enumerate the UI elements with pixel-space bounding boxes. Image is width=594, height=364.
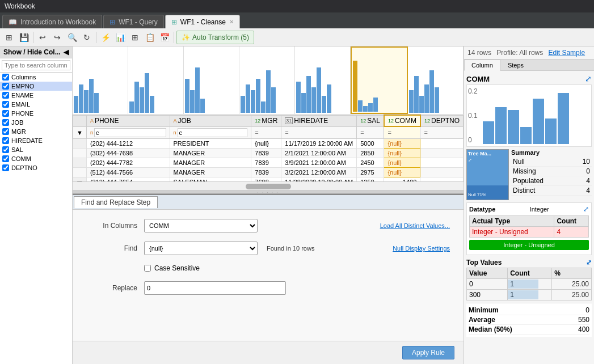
new-btn[interactable]: ⊞ <box>2 31 16 44</box>
edit-sample-link[interactable]: Edit Sample <box>548 49 585 57</box>
case-sensitive-checkbox[interactable] <box>144 265 151 272</box>
sidebar-search-input[interactable] <box>2 60 70 70</box>
deptno-filter: = <box>420 126 464 138</box>
ename-checkbox[interactable] <box>2 92 9 99</box>
tab-intro[interactable]: 📖 Introduction to Workbook <box>2 15 102 28</box>
grid-btn[interactable]: ⊞ <box>128 31 142 44</box>
email-checkbox[interactable] <box>2 101 9 108</box>
refresh-btn[interactable]: ↻ <box>80 31 94 44</box>
mgr-checkbox[interactable] <box>2 128 9 135</box>
mgr-header[interactable]: 12 MGR <box>251 115 281 126</box>
find-select[interactable]: {null} <box>144 242 258 255</box>
sal-header[interactable]: 12 SAL <box>357 115 384 126</box>
calendar-btn[interactable]: 📅 <box>158 31 171 44</box>
tree-map[interactable]: Tree Ma... ⤢ Null 71% <box>466 149 509 200</box>
close-tab-icon[interactable]: ✕ <box>229 19 234 25</box>
y-axis: 0.2 0.1 0 <box>468 87 478 144</box>
step-tab[interactable]: Find and Replace Step <box>74 196 158 208</box>
sidebar-item-comm[interactable]: COMM <box>0 154 72 163</box>
tab-cleanse[interactable]: ⊞ WF1 - Cleanse ✕ <box>165 15 240 28</box>
phone-cell: (302) 444-7698 <box>86 148 170 158</box>
mgr-cell: 7698 <box>251 177 281 181</box>
sidebar-item-mgr[interactable]: MGR <box>0 127 72 136</box>
integer-unsigned-count: 4 <box>554 227 589 238</box>
step-content: In Columns COMM Load All Distinct Values… <box>73 210 464 341</box>
job-header[interactable]: A JOB <box>170 115 251 126</box>
datatype-expand-icon[interactable]: ⤢ <box>583 205 589 213</box>
job-cell: MANAGER <box>170 167 251 177</box>
top-count-0: 1 <box>508 279 552 290</box>
minimum-value: 0 <box>585 306 589 314</box>
sidebar-item-sal[interactable]: SAL <box>0 145 72 154</box>
phone-type-icon: A <box>90 118 94 124</box>
chart-btn[interactable]: 📊 <box>113 31 127 44</box>
col-header-row: A PHONE A JOB 12 <box>73 115 464 126</box>
filter-header-row: ▼ n n = <box>73 126 464 138</box>
replace-input[interactable] <box>144 281 286 295</box>
deptno-header[interactable]: 12 DEPTNO <box>420 115 464 126</box>
null-display-link[interactable]: Null Display Settings <box>393 245 450 252</box>
tree-map-expand-icon[interactable]: ⤢ <box>468 158 472 163</box>
tab-query-label: WF1 - Query <box>119 18 158 26</box>
sal-label: SAL <box>11 146 23 153</box>
comm-checkbox[interactable] <box>2 155 9 162</box>
undo-btn[interactable]: ↩ <box>36 31 49 44</box>
deptno-chart <box>408 46 464 114</box>
average-value: 550 <box>578 316 589 324</box>
integer-unsigned-label: Integer - Unsigned <box>470 227 554 238</box>
steps-tab[interactable]: Steps <box>500 60 531 70</box>
phone-checkbox[interactable] <box>2 110 9 117</box>
row-indicator <box>73 148 87 158</box>
sal-checkbox[interactable] <box>2 146 9 153</box>
sidebar-item-columns[interactable]: Columns <box>0 73 72 82</box>
job-filter-input[interactable] <box>178 128 248 137</box>
filter-btn[interactable]: 🔍 <box>65 31 79 44</box>
sidebar-item-email[interactable]: EMAIL <box>0 100 72 109</box>
column-tab[interactable]: Column <box>464 60 500 71</box>
hiredate-cell: 2/1/2021 12:00:00 AM <box>281 148 357 158</box>
sidebar-item-job[interactable]: JOB <box>0 118 72 127</box>
pivot-btn[interactable]: 📋 <box>143 31 157 44</box>
apply-rule-button[interactable]: Apply Rule <box>402 346 454 359</box>
load-distinct-link[interactable]: Load All Distinct Values... <box>380 222 450 229</box>
chart-bar-6 <box>545 118 557 144</box>
expand-icon[interactable]: ⤢ <box>585 74 592 83</box>
sep3 <box>174 32 174 43</box>
redo-btn[interactable]: ↪ <box>50 31 64 44</box>
sidebar-item-phone[interactable]: PHONE <box>0 109 72 118</box>
sidebar-item-empno[interactable]: EMPNO <box>0 82 72 91</box>
in-columns-row: In Columns COMM Load All Distinct Values… <box>86 219 450 232</box>
phone-header[interactable]: A PHONE <box>86 115 170 126</box>
tab-query[interactable]: ⊞ WF1 - Query <box>103 15 164 28</box>
job-checkbox[interactable] <box>2 119 9 126</box>
sidebar-item-deptno[interactable]: DEPTNO <box>0 163 72 172</box>
null-value: 10 <box>572 157 592 167</box>
columns-checkbox[interactable] <box>2 74 9 81</box>
job-type-icon: A <box>174 118 177 124</box>
right-panel-header: 14 rows Profile: All rows Edit Sample <box>464 46 594 60</box>
top-values-expand-icon[interactable]: ⤢ <box>586 259 592 266</box>
sidebar-collapse-icon[interactable]: ◀ <box>64 48 69 56</box>
sidebar-item-hiredate[interactable]: HIREDATE <box>0 136 72 145</box>
phone-filter-input[interactable] <box>94 128 166 137</box>
auto-transform-btn[interactable]: ✨ Auto Transform (5) <box>176 31 254 44</box>
hiredate-checkbox[interactable] <box>2 137 9 144</box>
save-btn[interactable]: 💾 <box>17 31 31 44</box>
sidebar-item-ename[interactable]: ENAME <box>0 91 72 100</box>
book-icon: 📖 <box>9 18 17 26</box>
integer-unsigned-row: Integer - Unsigned 4 <box>470 227 589 238</box>
in-columns-select[interactable]: COMM <box>144 219 258 232</box>
deptno-checkbox[interactable] <box>2 164 9 171</box>
grid-container[interactable]: A PHONE A JOB 12 <box>73 115 464 181</box>
sidebar-header: Show / Hide Col... ◀ <box>0 46 72 58</box>
row-count: 14 rows Profile: All rows Edit Sample <box>467 49 585 57</box>
tab-cleanse-label: WF1 - Cleanse <box>180 18 226 26</box>
integer-unsigned-button[interactable]: Integer - Unsigned <box>469 240 589 250</box>
transform-btn[interactable]: ⚡ <box>99 31 112 44</box>
hiredate-cell: 3/2/2021 12:00:00 AM <box>281 167 357 177</box>
empno-checkbox[interactable] <box>2 83 9 90</box>
sal-type-icon: 12 <box>360 118 366 124</box>
comm-header[interactable]: 12 COMM <box>384 115 420 126</box>
find-row: Find {null} Found in 10 rows Null Displa… <box>86 242 450 255</box>
hiredate-header[interactable]: 31 HIREDATE <box>281 115 357 126</box>
